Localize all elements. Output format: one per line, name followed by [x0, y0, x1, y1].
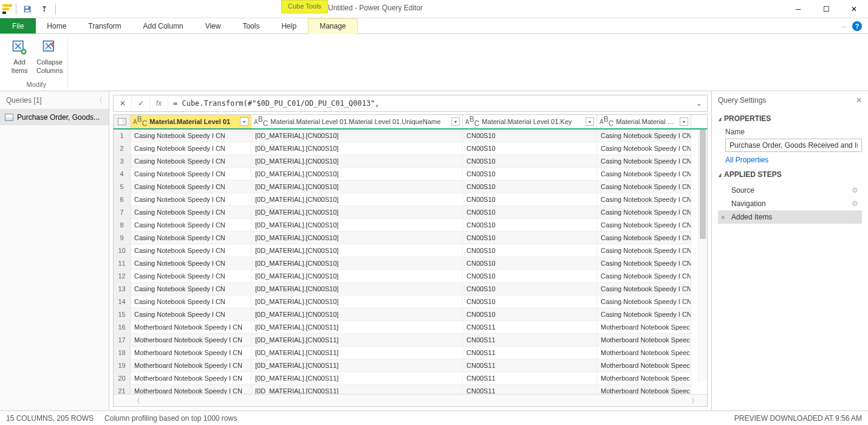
table-row[interactable]: 5Casing Notebook Speedy I CN[0D_MATERIAL… — [114, 181, 707, 193]
formula-fx-icon[interactable]: fx — [150, 95, 168, 111]
table-menu-button[interactable] — [114, 115, 131, 128]
cell[interactable]: Casing Notebook Speedy I CN — [597, 206, 691, 219]
row-number[interactable]: 16 — [114, 321, 131, 334]
row-number[interactable]: 11 — [114, 257, 131, 270]
cell[interactable]: Motherboard Notebook Speedy I CN — [131, 359, 251, 372]
cell[interactable]: CN00S10 — [463, 283, 597, 295]
formula-expand-icon[interactable]: ⌄ — [691, 99, 707, 108]
applied-step[interactable]: Navigation⚙ — [718, 197, 862, 210]
cell[interactable]: CN00S10 — [463, 168, 597, 181]
row-number[interactable]: 13 — [114, 283, 131, 295]
table-row[interactable]: 18Motherboard Notebook Speedy I CN[0D_MA… — [114, 347, 707, 359]
row-number[interactable]: 20 — [114, 372, 131, 385]
table-row[interactable]: 16Motherboard Notebook Speedy I CN[0D_MA… — [114, 321, 707, 334]
cell[interactable]: Casing Notebook Speedy I CN — [131, 283, 251, 295]
cell[interactable]: CN00S11 — [463, 372, 597, 385]
cell[interactable]: [0D_MATERIAL].[CN00S10] — [251, 219, 463, 232]
cell[interactable]: CN00S10 — [463, 244, 597, 257]
cell[interactable]: [0D_MATERIAL].[CN00S10] — [251, 283, 463, 295]
cell[interactable]: Motherboard Notebook Speedy I CN — [131, 334, 251, 347]
cell[interactable]: Casing Notebook Speedy I CN — [597, 193, 691, 206]
column-filter-icon[interactable]: ▾ — [240, 117, 248, 126]
cell[interactable]: CN00S10 — [463, 308, 597, 321]
cell[interactable]: Motherboard Notebook Speedy I CN — [131, 347, 251, 359]
cell[interactable]: CN00S11 — [463, 347, 597, 359]
table-row[interactable]: 10Casing Notebook Speedy I CN[0D_MATERIA… — [114, 244, 707, 257]
tab-home[interactable]: Home — [36, 18, 77, 33]
cell[interactable]: Casing Notebook Speedy I CN — [597, 283, 691, 295]
row-number[interactable]: 7 — [114, 206, 131, 219]
add-items-button[interactable]: Add Items — [9, 36, 30, 75]
cell[interactable]: [0D_MATERIAL].[CN00S10] — [251, 168, 463, 181]
cell[interactable]: Motherboard Notebook Speec — [597, 359, 691, 372]
table-row[interactable]: 4Casing Notebook Speedy I CN[0D_MATERIAL… — [114, 168, 707, 181]
cell[interactable]: CN00S10 — [463, 130, 597, 142]
cell[interactable]: Casing Notebook Speedy I CN — [597, 295, 691, 308]
cell[interactable]: Motherboard Notebook Speedy I CN — [131, 372, 251, 385]
cell[interactable]: CN00S10 — [463, 232, 597, 244]
cell[interactable]: Casing Notebook Speedy I CN — [597, 308, 691, 321]
table-row[interactable]: 1Casing Notebook Speedy I CN[0D_MATERIAL… — [114, 130, 707, 142]
cell[interactable]: Casing Notebook Speedy I CN — [597, 168, 691, 181]
row-number[interactable]: 8 — [114, 219, 131, 232]
cell[interactable]: Casing Notebook Speedy I CN — [131, 130, 251, 142]
cell[interactable]: Motherboard Notebook Speec — [597, 385, 691, 394]
cell[interactable]: [0D_MATERIAL].[CN00S10] — [251, 308, 463, 321]
cell[interactable]: Casing Notebook Speedy I CN — [131, 219, 251, 232]
cell[interactable]: [0D_MATERIAL].[CN00S10] — [251, 270, 463, 283]
cell[interactable]: CN00S11 — [463, 334, 597, 347]
applied-step[interactable]: Source⚙ — [718, 184, 862, 197]
maximize-button[interactable]: ☐ — [812, 0, 840, 18]
row-number[interactable]: 6 — [114, 193, 131, 206]
cell[interactable]: CN00S11 — [463, 359, 597, 372]
row-number[interactable]: 15 — [114, 308, 131, 321]
cell[interactable]: Casing Notebook Speedy I CN — [597, 270, 691, 283]
applied-step[interactable]: Added Items⚙ — [718, 210, 862, 224]
help-icon[interactable]: ? — [852, 21, 862, 31]
row-number[interactable]: 18 — [114, 347, 131, 359]
table-row[interactable]: 13Casing Notebook Speedy I CN[0D_MATERIA… — [114, 283, 707, 295]
column-filter-icon[interactable]: ▾ — [451, 117, 460, 126]
cell[interactable]: Casing Notebook Speedy I CN — [597, 244, 691, 257]
row-number[interactable]: 14 — [114, 295, 131, 308]
table-row[interactable]: 21Motherboard Notebook Speedy I CN[0D_MA… — [114, 385, 707, 394]
close-button[interactable]: ✕ — [840, 0, 868, 18]
cell[interactable]: CN00S10 — [463, 270, 597, 283]
cell[interactable]: Casing Notebook Speedy I CN — [131, 181, 251, 193]
cell[interactable]: Casing Notebook Speedy I CN — [131, 142, 251, 155]
tab-file[interactable]: File — [0, 18, 36, 33]
cell[interactable]: Casing Notebook Speedy I CN — [597, 219, 691, 232]
hscroll-left-icon[interactable]: 〈 — [132, 396, 142, 406]
row-number[interactable]: 10 — [114, 244, 131, 257]
table-row[interactable]: 8Casing Notebook Speedy I CN[0D_MATERIAL… — [114, 219, 707, 232]
table-row[interactable]: 17Motherboard Notebook Speedy I CN[0D_MA… — [114, 334, 707, 347]
cell[interactable]: [0D_MATERIAL].[CN00S11] — [251, 372, 463, 385]
column-header[interactable]: ABCMaterial.Material Level 01.M▾ — [597, 115, 691, 128]
table-row[interactable]: 14Casing Notebook Speedy I CN[0D_MATERIA… — [114, 295, 707, 308]
horizontal-scrollbar[interactable]: 〈 〉 — [114, 394, 707, 406]
table-row[interactable]: 19Motherboard Notebook Speedy I CN[0D_MA… — [114, 359, 707, 372]
gear-icon[interactable]: ⚙ — [852, 199, 858, 208]
cell[interactable]: [0D_MATERIAL].[CN00S10] — [251, 244, 463, 257]
cell[interactable]: [0D_MATERIAL].[CN00S10] — [251, 142, 463, 155]
cell[interactable]: CN00S10 — [463, 155, 597, 168]
cell[interactable]: Casing Notebook Speedy I CN — [131, 295, 251, 308]
queries-panel-collapse-icon[interactable]: 〈 — [95, 95, 103, 105]
row-number[interactable]: 9 — [114, 232, 131, 244]
cell[interactable]: Casing Notebook Speedy I CN — [131, 270, 251, 283]
tab-transform[interactable]: Transform — [77, 18, 132, 33]
qat-dropdown-icon[interactable]: ▾▾ — [37, 2, 52, 16]
cell[interactable]: [0D_MATERIAL].[CN00S10] — [251, 295, 463, 308]
query-item[interactable]: Purchase Order, Goods... — [0, 109, 109, 125]
tab-tools[interactable]: Tools — [231, 18, 270, 33]
row-number[interactable]: 1 — [114, 130, 131, 142]
cell[interactable]: [0D_MATERIAL].[CN00S11] — [251, 321, 463, 334]
cell[interactable]: [0D_MATERIAL].[CN00S10] — [251, 181, 463, 193]
table-row[interactable]: 9Casing Notebook Speedy I CN[0D_MATERIAL… — [114, 232, 707, 244]
cell[interactable]: Motherboard Notebook Speedy I CN — [131, 385, 251, 394]
cell[interactable]: Casing Notebook Speedy I CN — [131, 244, 251, 257]
gear-icon[interactable]: ⚙ — [852, 186, 858, 195]
row-number[interactable]: 19 — [114, 359, 131, 372]
cell[interactable]: CN00S10 — [463, 257, 597, 270]
table-row[interactable]: 3Casing Notebook Speedy I CN[0D_MATERIAL… — [114, 155, 707, 168]
